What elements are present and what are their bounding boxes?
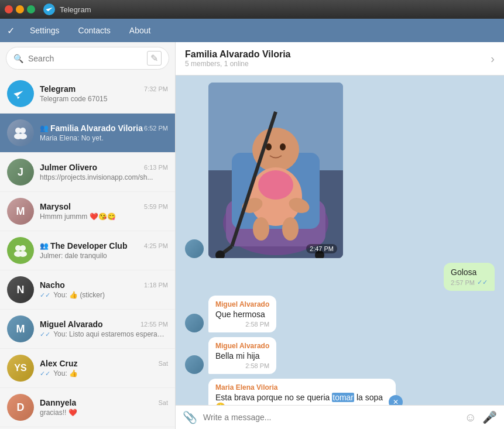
chat-body: Alex Cruz Sat ✓✓ You: 👍 bbox=[40, 359, 168, 377]
app-title: Telegram bbox=[60, 5, 91, 14]
message-bubble: Miguel Alvarado Bella mi hija 2:58 PM bbox=[208, 337, 276, 374]
chat-preview: Hmmm jummm ❤️😘😋 bbox=[40, 212, 168, 221]
chat-header: Alex Cruz Sat bbox=[40, 359, 168, 368]
avatar bbox=[7, 119, 34, 146]
chat-name: Marysol bbox=[40, 202, 71, 211]
chat-name: Julmer Olivero bbox=[40, 163, 97, 172]
avatar: J bbox=[7, 159, 34, 186]
menu-arrow-icon: ✓ bbox=[7, 25, 15, 36]
contacts-menu[interactable]: Contacts bbox=[75, 23, 114, 37]
settings-menu[interactable]: Settings bbox=[26, 23, 63, 37]
sender-avatar bbox=[185, 314, 204, 332]
chat-header-subtitle: 5 members, 1 online bbox=[185, 60, 291, 68]
message-meta: 2:58 PM bbox=[215, 321, 269, 328]
avatar: YS bbox=[7, 355, 34, 382]
avatar: N bbox=[7, 276, 34, 303]
menubar: ✓ Settings Contacts About bbox=[0, 19, 504, 42]
message-time: 2:58 PM bbox=[245, 321, 269, 328]
titlebar: Telegram bbox=[0, 0, 504, 19]
photo-message: 2:47 PM bbox=[185, 83, 495, 258]
highlighted-search-term: tomar bbox=[332, 393, 354, 402]
incoming-message-bella: Miguel Alvarado Bella mi hija 2:58 PM bbox=[185, 337, 495, 374]
search-bar: 🔍 ✎ bbox=[6, 47, 169, 70]
messages-area: 2:47 PM Golosa 2:57 PM ✓✓ Miguel Alvarad… bbox=[176, 75, 504, 405]
chat-time: 7:32 PM bbox=[144, 85, 168, 92]
chat-time: 6:52 PM bbox=[144, 125, 168, 132]
chat-preview: ✓✓ You: 👍 (sticker) bbox=[40, 291, 168, 299]
avatar bbox=[7, 80, 34, 107]
chat-item-telegram[interactable]: Telegram 7:32 PM Telegram code 67015 bbox=[0, 74, 175, 114]
svg-point-21 bbox=[253, 217, 269, 241]
app-icon bbox=[43, 4, 55, 15]
compose-icon[interactable]: ✎ bbox=[147, 51, 162, 66]
about-menu[interactable]: About bbox=[126, 23, 155, 37]
search-input[interactable] bbox=[28, 54, 142, 63]
chat-body: Nacho 1:18 PM ✓✓ You: 👍 (sticker) bbox=[40, 280, 168, 299]
message-text: Que hermosa bbox=[215, 310, 269, 319]
emoji-icon[interactable]: ☺ bbox=[465, 411, 476, 424]
chat-item-familia[interactable]: 👥 Familia Alvarado Viloria 6:52 PM Maria… bbox=[0, 114, 175, 153]
chat-name: The Developer Club bbox=[50, 241, 127, 250]
incoming-message-quehermosa: Miguel Alvarado Que hermosa 2:58 PM bbox=[185, 296, 495, 332]
svg-point-18 bbox=[258, 170, 293, 200]
chat-header: 👥 The Developer Club 4:25 PM bbox=[40, 241, 168, 250]
close-button[interactable] bbox=[5, 5, 13, 13]
message-text: Esta brava porque no se queria tomar la … bbox=[215, 393, 389, 405]
chat-preview: Maria Elena: No yet. bbox=[40, 134, 168, 142]
chat-time: 4:25 PM bbox=[144, 242, 168, 249]
chat-preview: Julmer: dale tranquilo bbox=[40, 252, 168, 260]
message-bubble: Golosa 2:57 PM ✓✓ bbox=[444, 263, 495, 291]
outgoing-message-golosa: Golosa 2:57 PM ✓✓ bbox=[185, 263, 495, 291]
chat-body: Julmer Olivero 6:13 PM https://projects.… bbox=[40, 163, 168, 181]
message-text: Bella mi hija bbox=[215, 351, 269, 361]
microphone-icon[interactable]: 🎤 bbox=[482, 410, 497, 424]
message-input[interactable] bbox=[203, 413, 459, 422]
chat-header: 👥 Familia Alvarado Viloria 6:52 PM bbox=[40, 123, 168, 133]
chat-header-name: Familia Alvarado Viloria bbox=[185, 49, 291, 60]
chat-name: Dannyela bbox=[40, 398, 76, 407]
attach-icon[interactable]: 📎 bbox=[183, 410, 197, 424]
chat-header: Miguel Alvarado 12:55 PM bbox=[40, 320, 168, 329]
sender-avatar bbox=[185, 239, 204, 258]
minimize-button[interactable] bbox=[16, 5, 24, 13]
chat-preview: https://projects.invisionapp.com/sh... bbox=[40, 173, 168, 181]
baby-image-svg bbox=[208, 83, 343, 258]
message-bubble: ✕ Maria Elena Viloria Esta brava porque … bbox=[208, 379, 396, 405]
chat-name: Alex Cruz bbox=[40, 359, 78, 368]
window-controls[interactable] bbox=[5, 5, 35, 13]
chat-header: Telegram 7:32 PM bbox=[40, 84, 168, 94]
maximize-button[interactable] bbox=[27, 5, 35, 13]
chat-item-nacho[interactable]: N Nacho 1:18 PM ✓✓ You: 👍 (sticker) bbox=[0, 270, 175, 310]
chat-time: Sat bbox=[158, 399, 168, 406]
chat-header: Marysol 5:59 PM bbox=[40, 202, 168, 211]
chat-header-bar: Familia Alvarado Viloria 5 members, 1 on… bbox=[176, 42, 504, 75]
chat-header-info: Familia Alvarado Viloria 5 members, 1 on… bbox=[185, 49, 291, 68]
svg-point-2 bbox=[20, 128, 26, 133]
chat-item-miguel[interactable]: M Miguel Alvarado 12:55 PM ✓✓ You: Listo… bbox=[0, 310, 175, 349]
chevron-right-icon[interactable]: › bbox=[491, 52, 495, 66]
chat-time: Sat bbox=[158, 360, 168, 367]
svg-point-16 bbox=[280, 143, 286, 150]
svg-point-8 bbox=[19, 251, 27, 257]
svg-point-6 bbox=[20, 245, 26, 251]
chat-panel: Familia Alvarado Viloria 5 members, 1 on… bbox=[176, 42, 504, 429]
chat-item-dannyela[interactable]: D Dannyela Sat gracias!! ❤️ bbox=[0, 388, 175, 427]
chat-time: 1:18 PM bbox=[144, 282, 168, 289]
photo-timestamp: 2:47 PM bbox=[306, 244, 337, 253]
chat-item-devclub[interactable]: 👥 The Developer Club 4:25 PM Julmer: dal… bbox=[0, 231, 175, 270]
chat-item-marysol[interactable]: M Marysol 5:59 PM Hmmm jummm ❤️😘😋 bbox=[0, 192, 175, 231]
chat-time: 5:59 PM bbox=[144, 203, 168, 210]
svg-point-22 bbox=[282, 217, 299, 241]
sender-avatar bbox=[185, 355, 204, 374]
photo-bubble: 2:47 PM bbox=[208, 83, 343, 258]
sidebar: 🔍 ✎ Telegram 7:32 PM Telegram code 67015 bbox=[0, 42, 176, 429]
double-check-icon: ✓✓ bbox=[40, 370, 50, 377]
double-check-icon: ✓✓ bbox=[40, 291, 50, 298]
chat-item-julmer[interactable]: J Julmer Olivero 6:13 PM https://project… bbox=[0, 153, 175, 192]
chat-item-alex[interactable]: YS Alex Cruz Sat ✓✓ You: 👍 bbox=[0, 349, 175, 388]
chat-time: 6:13 PM bbox=[144, 164, 168, 171]
search-icon: 🔍 bbox=[13, 54, 23, 63]
message-time: 2:57 PM bbox=[451, 279, 475, 286]
message-meta: 2:58 PM bbox=[215, 362, 269, 369]
message-sender: Miguel Alvarado bbox=[215, 342, 269, 350]
